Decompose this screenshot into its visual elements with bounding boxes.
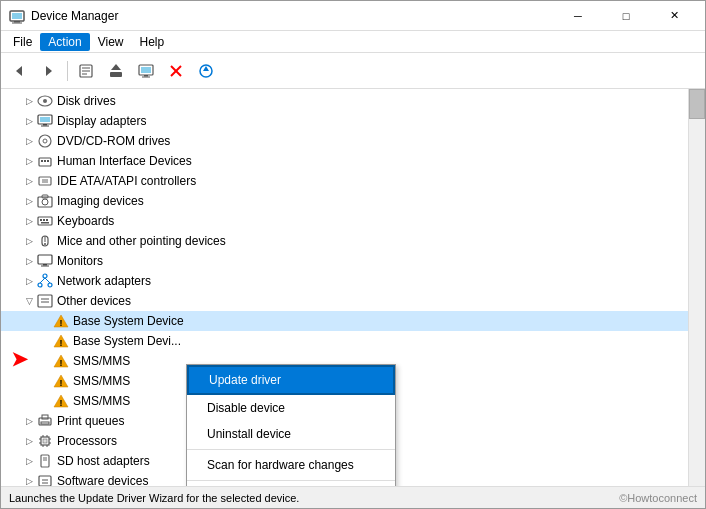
svg-rect-46 — [38, 255, 52, 264]
device-tree[interactable]: ▷ Disk drives ▷ Display adapters ▷ DVD/C… — [1, 89, 688, 486]
toolbar — [1, 53, 705, 89]
update-driver-toolbar-button[interactable] — [102, 57, 130, 85]
menu-view[interactable]: View — [90, 33, 132, 51]
window-title: Device Manager — [31, 9, 555, 23]
ctx-disable-device[interactable]: Disable device — [187, 395, 395, 421]
expand-monitors[interactable]: ▷ — [21, 253, 37, 269]
svg-marker-5 — [46, 66, 52, 76]
vertical-scrollbar[interactable] — [688, 89, 705, 486]
svg-marker-19 — [203, 66, 209, 71]
keyboards-label: Keyboards — [57, 214, 114, 228]
expand-other-devices[interactable]: ▽ — [21, 293, 37, 309]
tree-item-base-system-2[interactable]: ▷ ! Base System Devi... — [1, 331, 688, 351]
svg-rect-48 — [41, 266, 49, 267]
svg-text:!: ! — [60, 338, 63, 348]
menu-action[interactable]: Action — [40, 33, 89, 51]
menu-file[interactable]: File — [5, 33, 40, 51]
back-button[interactable] — [5, 57, 33, 85]
svg-rect-32 — [39, 177, 51, 185]
tree-item-base-system-1[interactable]: ▷ ! Base System Device — [1, 311, 688, 331]
expand-mice[interactable]: ▷ — [21, 233, 37, 249]
ide-atapi-icon — [37, 173, 53, 189]
tree-item-imaging[interactable]: ▷ Imaging devices — [1, 191, 688, 211]
forward-button[interactable] — [35, 57, 63, 85]
svg-rect-69 — [41, 422, 49, 424]
ctx-uninstall-device-label: Uninstall device — [207, 427, 291, 441]
tree-item-monitors[interactable]: ▷ Monitors — [1, 251, 688, 271]
expand-imaging[interactable]: ▷ — [21, 193, 37, 209]
expand-software-devices[interactable]: ▷ — [21, 473, 37, 486]
scrollbar-thumb[interactable] — [689, 89, 705, 119]
tree-item-network[interactable]: ▷ Network adapters — [1, 271, 688, 291]
dvd-cdrom-icon — [37, 133, 53, 149]
app-icon — [9, 8, 25, 24]
svg-rect-47 — [43, 264, 47, 266]
expand-dvd-cdrom[interactable]: ▷ — [21, 133, 37, 149]
tree-item-dvd-cdrom[interactable]: ▷ DVD/CD-ROM drives — [1, 131, 688, 151]
tree-item-other-devices[interactable]: ▽ Other devices — [1, 291, 688, 311]
expand-print-queues[interactable]: ▷ — [21, 413, 37, 429]
sms-mms-2-label: SMS/MMS — [73, 374, 130, 388]
remove-button[interactable] — [162, 57, 190, 85]
expand-keyboards[interactable]: ▷ — [21, 213, 37, 229]
tree-item-human-interface[interactable]: ▷ Human Interface Devices — [1, 151, 688, 171]
tree-item-mice[interactable]: ▷ Mice and other pointing devices — [1, 231, 688, 251]
ctx-scan-hardware-label: Scan for hardware changes — [207, 458, 354, 472]
svg-point-27 — [43, 139, 47, 143]
close-button[interactable]: ✕ — [651, 1, 697, 31]
svg-rect-10 — [110, 72, 122, 77]
keyboards-icon — [37, 213, 53, 229]
display-adapters-icon — [37, 113, 53, 129]
ctx-disable-device-label: Disable device — [207, 401, 285, 415]
content-area: ▷ Disk drives ▷ Display adapters ▷ DVD/C… — [1, 89, 705, 486]
ctx-uninstall-device[interactable]: Uninstall device — [187, 421, 395, 447]
tree-item-keyboards[interactable]: ▷ Keyboards — [1, 211, 688, 231]
sms-mms-1-label: SMS/MMS — [73, 354, 130, 368]
menu-help[interactable]: Help — [132, 33, 173, 51]
tree-item-display-adapters[interactable]: ▷ Display adapters — [1, 111, 688, 131]
imaging-icon — [37, 193, 53, 209]
context-menu-separator-1 — [187, 449, 395, 450]
maximize-button[interactable]: □ — [603, 1, 649, 31]
svg-point-36 — [42, 199, 48, 205]
context-menu: Update driver Disable device Uninstall d… — [186, 364, 396, 486]
tree-item-disk-drives[interactable]: ▷ Disk drives — [1, 91, 688, 111]
sd-host-label: SD host adapters — [57, 454, 150, 468]
scan-button[interactable] — [192, 57, 220, 85]
svg-rect-25 — [41, 126, 49, 127]
expand-processors[interactable]: ▷ — [21, 433, 37, 449]
software-devices-label: Software devices — [57, 474, 148, 486]
processors-label: Processors — [57, 434, 117, 448]
svg-line-52 — [40, 278, 45, 283]
properties-button[interactable] — [72, 57, 100, 85]
mice-label: Mice and other pointing devices — [57, 234, 226, 248]
expand-sd-host[interactable]: ▷ — [21, 453, 37, 469]
processors-icon — [37, 433, 53, 449]
ctx-update-driver-label: Update driver — [209, 373, 281, 387]
minimize-button[interactable]: ─ — [555, 1, 601, 31]
ctx-update-driver[interactable]: Update driver — [187, 365, 395, 395]
monitors-label: Monitors — [57, 254, 103, 268]
ctx-scan-hardware[interactable]: Scan for hardware changes — [187, 452, 395, 478]
svg-rect-1 — [12, 13, 22, 19]
sms-mms-2-icon: ! — [53, 373, 69, 389]
expand-network[interactable]: ▷ — [21, 273, 37, 289]
svg-text:!: ! — [60, 358, 63, 368]
svg-rect-71 — [43, 439, 47, 443]
expand-disk-drives[interactable]: ▷ — [21, 93, 37, 109]
ctx-properties[interactable]: Properties — [187, 483, 395, 486]
expand-ide-atapi[interactable]: ▷ — [21, 173, 37, 189]
expand-human-interface[interactable]: ▷ — [21, 153, 37, 169]
status-bar: Launches the Update Driver Wizard for th… — [1, 486, 705, 508]
arrow-pointer: ➤ — [11, 349, 51, 369]
expand-display-adapters[interactable]: ▷ — [21, 113, 37, 129]
base-system-1-icon: ! — [53, 313, 69, 329]
tree-item-ide-atapi[interactable]: ▷ IDE ATA/ATAPI controllers — [1, 171, 688, 191]
svg-rect-39 — [40, 219, 42, 221]
monitor-button[interactable] — [132, 57, 160, 85]
svg-rect-15 — [142, 76, 150, 77]
disk-drives-icon — [37, 93, 53, 109]
svg-rect-23 — [40, 117, 50, 122]
software-devices-icon — [37, 473, 53, 486]
svg-rect-24 — [43, 124, 47, 126]
